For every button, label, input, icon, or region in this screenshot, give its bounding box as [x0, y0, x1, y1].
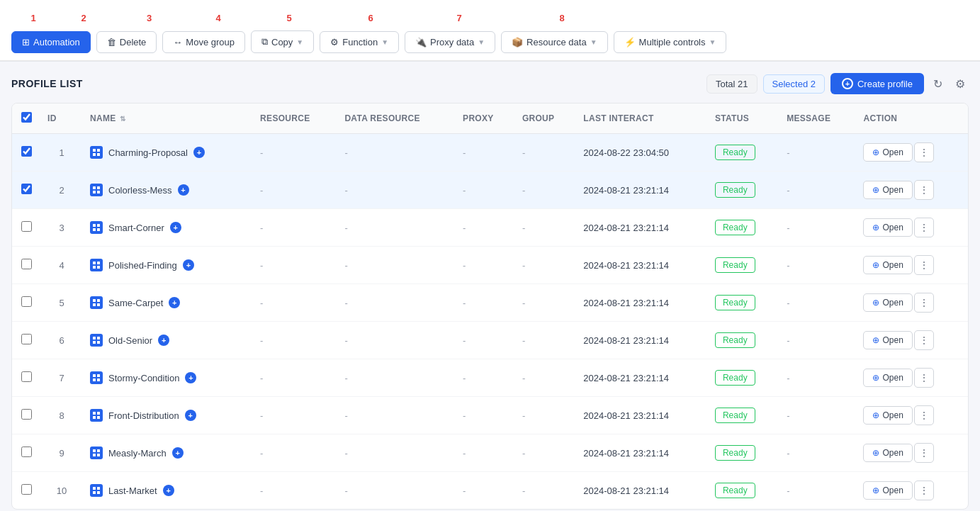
more-button[interactable]: ⋮: [914, 405, 934, 425]
settings-button[interactable]: ⚙: [952, 74, 969, 94]
row-message: -: [779, 284, 856, 322]
profile-icon: [90, 184, 103, 196]
profile-icon: [90, 221, 103, 234]
refresh-button[interactable]: ↻: [930, 74, 946, 94]
step-1: 1: [11, 13, 55, 23]
add-resource-icon[interactable]: +: [172, 447, 184, 459]
row-checkbox[interactable]: [21, 334, 32, 344]
row-checkbox[interactable]: [21, 371, 32, 382]
open-button[interactable]: ⊕ Open: [863, 293, 912, 312]
row-checkbox[interactable]: [21, 296, 32, 307]
more-button[interactable]: ⋮: [914, 330, 934, 350]
open-button[interactable]: ⊕ Open: [863, 143, 912, 162]
row-action: ⊕ Open ⋮: [856, 472, 968, 510]
row-checkbox[interactable]: [21, 184, 32, 194]
more-button[interactable]: ⋮: [914, 481, 934, 500]
add-resource-icon[interactable]: +: [178, 184, 189, 196]
row-checkbox[interactable]: [21, 484, 32, 495]
row-resource: -: [253, 397, 337, 434]
profile-name: Colorless-Mess: [108, 185, 172, 196]
automation-button[interactable]: ⊞ Automation: [11, 31, 91, 53]
delete-button[interactable]: 🗑 Delete: [96, 31, 157, 53]
svg-rect-16: [93, 299, 96, 302]
create-profile-button[interactable]: + Create profile: [830, 73, 924, 94]
more-button[interactable]: ⋮: [914, 293, 934, 313]
function-chevron-icon: ▼: [381, 38, 388, 46]
move-group-icon: ↔: [173, 37, 182, 47]
select-all-checkbox[interactable]: [21, 112, 32, 123]
open-button[interactable]: ⊕ Open: [863, 406, 912, 425]
row-message: -: [779, 434, 856, 472]
add-resource-icon[interactable]: +: [163, 485, 174, 496]
row-resource: -: [253, 172, 337, 209]
step-5: 5: [250, 13, 328, 23]
row-group: -: [515, 247, 576, 284]
step-8: 8: [505, 13, 619, 23]
add-resource-icon[interactable]: +: [158, 335, 169, 346]
svg-rect-29: [97, 412, 100, 415]
resource-data-button[interactable]: 📦 Resource data ▼: [501, 31, 607, 53]
multiple-controls-icon: ⚡: [624, 37, 636, 47]
profile-icon: [90, 334, 103, 347]
more-button[interactable]: ⋮: [914, 180, 934, 200]
row-checkbox[interactable]: [21, 221, 32, 232]
step-6: 6: [328, 13, 413, 23]
col-resource: RESOURCE: [253, 103, 337, 134]
row-action: ⊕ Open ⋮: [856, 134, 968, 172]
open-button[interactable]: ⊕ Open: [863, 444, 912, 462]
row-data-resource: -: [337, 359, 456, 397]
table-row: 8 Front-Distribution + - - - - 2024-08-2…: [12, 397, 968, 434]
row-name: Measly-March +: [83, 434, 253, 472]
multiple-controls-button[interactable]: ⚡ Multiple controls ▼: [614, 31, 727, 53]
row-action: ⊕ Open ⋮: [856, 284, 968, 322]
row-checkbox[interactable]: [21, 146, 32, 157]
row-status: Ready: [708, 284, 779, 322]
proxy-data-icon: 🔌: [415, 37, 427, 47]
svg-rect-37: [97, 487, 100, 490]
row-name: Front-Distribution +: [83, 397, 253, 434]
add-resource-icon[interactable]: +: [183, 259, 194, 271]
row-resource: -: [253, 247, 337, 284]
function-button[interactable]: ⚙ Function ▼: [320, 31, 399, 53]
page-title: PROFILE LIST: [11, 78, 83, 89]
row-group: -: [515, 434, 576, 472]
row-status: Ready: [708, 134, 779, 172]
proxy-data-button[interactable]: 🔌 Proxy data ▼: [405, 31, 495, 53]
svg-rect-7: [97, 191, 100, 193]
status-badge: Ready: [715, 370, 755, 386]
move-group-button[interactable]: ↔ Move group: [162, 31, 245, 53]
more-button[interactable]: ⋮: [914, 443, 934, 463]
copy-button[interactable]: ⧉ Copy ▼: [251, 30, 314, 53]
status-badge: Ready: [715, 145, 755, 160]
open-label: Open: [882, 223, 903, 232]
open-button[interactable]: ⊕ Open: [863, 331, 912, 349]
row-checkbox[interactable]: [21, 409, 32, 420]
add-resource-icon[interactable]: +: [193, 147, 205, 158]
more-button[interactable]: ⋮: [914, 255, 934, 275]
more-button[interactable]: ⋮: [914, 142, 934, 162]
add-resource-icon[interactable]: +: [170, 222, 181, 233]
more-button[interactable]: ⋮: [914, 368, 934, 388]
row-last-interact: 2024-08-21 23:21:14: [576, 209, 708, 247]
open-button[interactable]: ⊕ Open: [863, 181, 912, 199]
row-data-resource: -: [337, 284, 456, 322]
row-action: ⊕ Open ⋮: [856, 247, 968, 284]
row-proxy: -: [456, 134, 515, 172]
step-7: 7: [413, 13, 505, 23]
resource-data-label: Resource data: [526, 37, 587, 47]
add-resource-icon[interactable]: +: [169, 297, 180, 308]
open-button[interactable]: ⊕ Open: [863, 256, 912, 274]
step-4: 4: [186, 13, 250, 23]
row-last-interact: 2024-08-21 23:21:14: [576, 434, 708, 472]
open-button[interactable]: ⊕ Open: [863, 481, 912, 500]
add-resource-icon[interactable]: +: [185, 410, 196, 421]
profile-icon: [90, 296, 103, 309]
open-button[interactable]: ⊕ Open: [863, 218, 912, 237]
add-resource-icon[interactable]: +: [185, 372, 196, 383]
row-checkbox[interactable]: [21, 259, 32, 269]
row-status: Ready: [708, 434, 779, 472]
row-group: -: [515, 172, 576, 209]
more-button[interactable]: ⋮: [914, 218, 934, 237]
row-checkbox[interactable]: [21, 447, 32, 457]
open-button[interactable]: ⊕ Open: [863, 369, 912, 387]
